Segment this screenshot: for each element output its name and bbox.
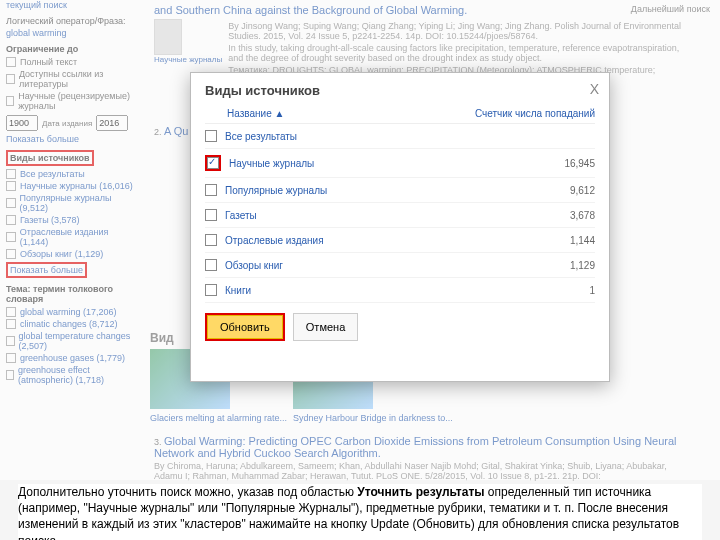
result-1-abstract: In this study, taking drought-all-scale … [228,43,686,63]
modal-row-count: 3,678 [570,210,595,221]
thes-checkbox[interactable] [6,353,16,363]
limit-header: Ограничение до [6,44,136,54]
modal-title: Виды источников [191,73,609,104]
reviewed-label: Научные (рецензируемые) журналы [18,91,136,111]
caption-text: Дополнительно уточнить поиск можно, указ… [18,484,702,540]
modal-row-label[interactable]: Популярные журналы [225,185,327,196]
thes-checkbox[interactable] [6,336,15,346]
result-3-title[interactable]: Global Warming: Predicting OPEC Carbon D… [154,435,677,459]
modal-row-count: 16,945 [564,158,595,169]
col-name[interactable]: Название ▲ [227,108,284,119]
sidebar-item-label[interactable]: Обзоры книг (1,129) [20,249,103,259]
modal-checkbox[interactable] [205,130,217,142]
modal-row-label[interactable]: Обзоры книг [225,260,283,271]
result-1-srclabel: Научные журналы [154,55,222,64]
cancel-button[interactable]: Отмена [293,313,358,341]
result-2-num: 2. [154,127,162,137]
modal-row-label[interactable]: Все результаты [225,131,297,142]
sidebar-checkbox[interactable] [6,198,16,208]
close-icon[interactable]: X [590,81,599,97]
video-cap-2: Sydney Harbour Bridge in darkness to... [293,413,453,423]
result-3-num: 3. [154,437,162,447]
sidebar-checkbox[interactable] [6,215,16,225]
fulltext-label: Полный текст [20,57,77,67]
sidebar-item-label[interactable]: Отраслевые издания (1,144) [20,227,136,247]
modal-row-count: 9,612 [570,185,595,196]
sidebar-checkbox[interactable] [6,181,16,191]
modal-checkbox[interactable] [205,259,217,271]
result-1-authors: By Jinsong Wang; Suping Wang; Qiang Zhan… [228,21,686,41]
modal-checkbox[interactable] [205,234,217,246]
sidebar: текущий поиск Логический оператор/Фраза:… [6,0,136,387]
thes-item-label[interactable]: greenhouse effect (atmospheric) (1,718) [18,365,136,385]
modal-checkbox[interactable] [205,284,217,296]
checkbox-fulltext[interactable] [6,57,16,67]
source-types-header[interactable]: Виды источников [6,150,94,166]
thes-checkbox[interactable] [6,307,16,317]
thes-checkbox[interactable] [6,370,14,380]
modal-row-count: 1 [589,285,595,296]
year-to-input[interactable] [96,115,128,131]
modal-row-count: 1,144 [570,235,595,246]
operator-label: Логический оператор/Фраза: [6,16,136,26]
further-search-link[interactable]: Дальнейший поиск [631,4,710,14]
sidebar-checkbox[interactable] [6,232,16,242]
current-search-label: текущий поиск [6,0,136,10]
sidebar-item-label[interactable]: Все результаты [20,169,85,179]
result-3-authors: By Chiroma, Haruna; Abdulkareem, Sameem;… [154,461,686,481]
show-more-1[interactable]: Показать больше [6,134,136,144]
thes-checkbox[interactable] [6,319,16,329]
update-button[interactable]: Обновить [207,315,283,339]
modal-row-label[interactable]: Отраслевые издания [225,235,324,246]
sidebar-item-label[interactable]: Популярные журналы (9,512) [20,193,136,213]
thes-item-label[interactable]: global warming (17,206) [20,307,117,317]
modal-row-label[interactable]: Книги [225,285,251,296]
thes-item-label[interactable]: greenhouse gases (1,779) [20,353,125,363]
litrefs-label: Доступны ссылки из литературы [19,69,136,89]
col-count[interactable]: Счетчик числа попаданий [475,108,595,119]
sidebar-item-label[interactable]: Газеты (3,578) [20,215,80,225]
show-more-2[interactable]: Показать больше [6,262,87,278]
modal-row-count: 1,129 [570,260,595,271]
sidebar-checkbox[interactable] [6,169,16,179]
year-from-input[interactable] [6,115,38,131]
source-types-modal: X Виды источников Название ▲ Счетчик чис… [190,72,610,382]
thes-item-label[interactable]: global temperature changes (2,507) [19,331,136,351]
modal-checkbox[interactable] [205,209,217,221]
thes-item-label[interactable]: climatic changes (8,712) [20,319,118,329]
result-1-title[interactable]: and Southern China against the Backgroun… [154,4,686,16]
modal-checkbox[interactable] [207,157,219,169]
query-value[interactable]: global warming [6,28,136,38]
checkbox-reviewed[interactable] [6,96,14,106]
video-cap-1: Glaciers melting at alarming rate... [150,413,287,423]
modal-row-label[interactable]: Научные журналы [229,158,314,169]
doc-thumb-icon [154,19,182,55]
modal-checkbox[interactable] [205,184,217,196]
sidebar-checkbox[interactable] [6,249,16,259]
checkbox-litrefs[interactable] [6,74,15,84]
year-label: Дата издания [42,119,92,128]
modal-row-label[interactable]: Газеты [225,210,257,221]
sidebar-item-label[interactable]: Научные журналы (16,016) [20,181,133,191]
thesaurus-header: Тема: термин толкового словаря [6,284,136,304]
